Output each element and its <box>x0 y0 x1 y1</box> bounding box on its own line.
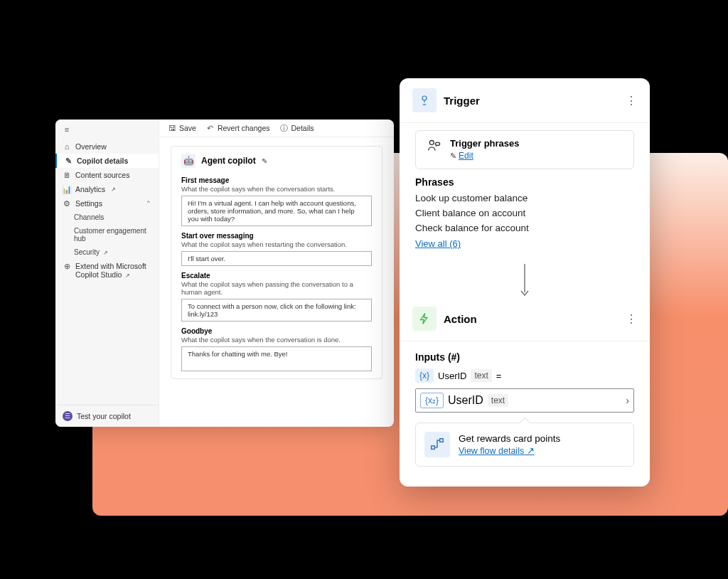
pencil-icon: ✎ <box>64 156 73 165</box>
doc-icon: 🗎 <box>63 171 71 179</box>
input-param-display: {x} UserID text = <box>415 368 634 383</box>
sidebar-item-overview[interactable]: ⌂ Overview <box>55 139 159 154</box>
sidebar: ≡ ⌂ Overview ✎ Copilot details 🗎 Content… <box>55 119 159 427</box>
svg-point-2 <box>435 142 439 145</box>
sidebar-item-label: Overview <box>75 142 107 151</box>
phrase-item: Look up customer balance <box>415 191 634 206</box>
sidebar-item-extend[interactable]: ⊕ Extend with Microsoft Copilot Studio ↗ <box>55 259 159 282</box>
param-name: UserID <box>448 394 483 407</box>
trigger-phrases-title: Trigger phrases <box>450 138 520 149</box>
info-icon: ⓘ <box>279 124 288 132</box>
param-type: text <box>471 369 491 382</box>
agent-title: Agent copilot <box>201 156 256 166</box>
flow-icon <box>424 432 450 457</box>
view-all-link[interactable]: View all (6) <box>415 238 461 249</box>
flow-card[interactable]: Get rewards card points View flow detail… <box>415 423 634 467</box>
action-icon <box>412 307 437 331</box>
phrase-item: Client balance on account <box>415 206 634 221</box>
svg-rect-4 <box>440 439 444 442</box>
escalate-input[interactable]: To connect with a person now, click on t… <box>181 299 372 322</box>
param-type: text <box>488 394 508 407</box>
gear-icon: ⚙ <box>63 199 71 208</box>
field-label-first-message: First message <box>181 176 372 184</box>
hamburger-icon: ≡ <box>63 125 71 134</box>
equals-sign: = <box>496 371 502 381</box>
inputs-heading: Inputs (#) <box>415 351 634 363</box>
action-menu-button[interactable]: ⋮ <box>626 312 637 326</box>
variable-chip: {x} <box>415 368 434 383</box>
sidebar-spacer <box>55 282 159 405</box>
save-button[interactable]: 🖫 Save <box>168 124 196 132</box>
flow-arrow-icon <box>400 257 650 307</box>
field-label-escalate: Escalate <box>181 272 372 280</box>
undo-icon: ↶ <box>206 124 215 132</box>
first-message-input[interactable]: Hi! I'm a virtual agent. I can help with… <box>181 196 372 226</box>
action-body: Inputs (#) {x} UserID text = {x₂} UserID… <box>400 341 650 474</box>
pencil-icon: ✎ <box>450 152 459 160</box>
svg-point-1 <box>429 140 434 144</box>
sidebar-item-copilot-details[interactable]: ✎ Copilot details <box>55 154 159 168</box>
sidebar-item-label: Analytics <box>75 185 105 193</box>
sidebar-sub-engagement-hub[interactable]: Customer engagement hub <box>55 224 159 245</box>
sidebar-item-content-sources[interactable]: 🗎 Content sources <box>55 168 159 182</box>
trigger-header: Trigger ⋮ <box>400 78 650 122</box>
save-icon: 🖫 <box>168 124 176 132</box>
start-over-input[interactable]: I'll start over. <box>181 251 372 266</box>
external-icon: ↗ <box>103 250 108 256</box>
expand-button[interactable]: › <box>626 395 629 406</box>
sidebar-sub-security[interactable]: Security ↗ <box>55 245 159 259</box>
agent-card: 🤖 Agent copilot ✎ First message What the… <box>171 146 382 379</box>
trigger-menu-button[interactable]: ⋮ <box>626 94 637 107</box>
action-title: Action <box>444 313 619 325</box>
sidebar-item-label: Extend with Microsoft Copilot Studio ↗ <box>75 262 146 279</box>
save-label: Save <box>179 124 196 132</box>
field-desc: What the copilot says when passing the c… <box>181 280 372 296</box>
sidebar-sub-channels[interactable]: Channels <box>55 211 159 224</box>
goodbye-input[interactable]: Thanks for chatting with me. Bye! <box>181 346 372 371</box>
hamburger-button[interactable]: ≡ <box>55 119 159 139</box>
sidebar-item-analytics[interactable]: 📊 Analytics ↗ <box>55 182 159 196</box>
input-param-field[interactable]: {x₂} UserID text › <box>415 388 634 413</box>
home-icon: ⌂ <box>63 142 71 151</box>
test-copilot-label: Test your copilot <box>77 412 131 420</box>
action-header: Action ⋮ <box>400 307 650 341</box>
param-name: UserID <box>438 371 466 381</box>
bot-icon: ☰ <box>63 411 73 421</box>
phrases-icon <box>424 138 443 154</box>
flow-link-text: View flow details <box>459 446 524 456</box>
test-copilot-button[interactable]: ☰ Test your copilot <box>55 405 159 427</box>
field-desc: What the copilot says when the conversat… <box>181 185 372 193</box>
chevron-up-icon: ⌃ <box>146 200 151 207</box>
bot-avatar-icon: 🤖 <box>181 154 196 168</box>
trigger-body: Trigger phrases ✎ Edit Phrases Look up c… <box>400 123 650 257</box>
variable-chip: {x₂} <box>420 393 444 408</box>
details-label: Details <box>291 124 314 132</box>
trigger-edit-link[interactable]: Edit <box>459 151 473 161</box>
copilot-settings-window: ≡ ⌂ Overview ✎ Copilot details 🗎 Content… <box>55 119 394 427</box>
extend-line1: Extend with Microsoft <box>75 262 146 270</box>
agent-title-row: 🤖 Agent copilot ✎ <box>181 154 372 168</box>
external-icon: ↗ <box>111 186 116 193</box>
field-desc: What the copilot says when the conversat… <box>181 336 372 344</box>
trigger-title: Trigger <box>444 95 619 107</box>
phrases-heading: Phrases <box>415 176 634 188</box>
details-button[interactable]: ⓘ Details <box>279 124 314 132</box>
sidebar-sub-label: Security <box>74 248 100 256</box>
revert-button[interactable]: ↶ Revert changes <box>206 124 270 132</box>
field-label-start-over: Start over messaging <box>181 232 372 240</box>
trigger-icon <box>412 88 437 112</box>
extend-line2-row: Copilot Studio ↗ <box>75 270 146 279</box>
svg-rect-3 <box>432 446 435 450</box>
trigger-phrases-card[interactable]: Trigger phrases ✎ Edit <box>415 130 634 169</box>
chart-icon: 📊 <box>63 185 71 193</box>
external-icon: ↗ <box>125 272 130 279</box>
toolbar: 🖫 Save ↶ Revert changes ⓘ Details <box>159 119 394 137</box>
sidebar-item-label: Settings <box>75 199 102 208</box>
trigger-edit-row: ✎ Edit <box>450 149 520 161</box>
edit-title-button[interactable]: ✎ <box>262 157 267 165</box>
flow-title: Get rewards card points <box>459 433 560 444</box>
sidebar-item-settings[interactable]: ⚙ Settings ⌃ <box>55 196 159 211</box>
flow-details-link[interactable]: View flow details ↗ <box>459 446 535 456</box>
sidebar-item-label: Content sources <box>75 171 129 179</box>
svg-point-0 <box>422 96 427 100</box>
